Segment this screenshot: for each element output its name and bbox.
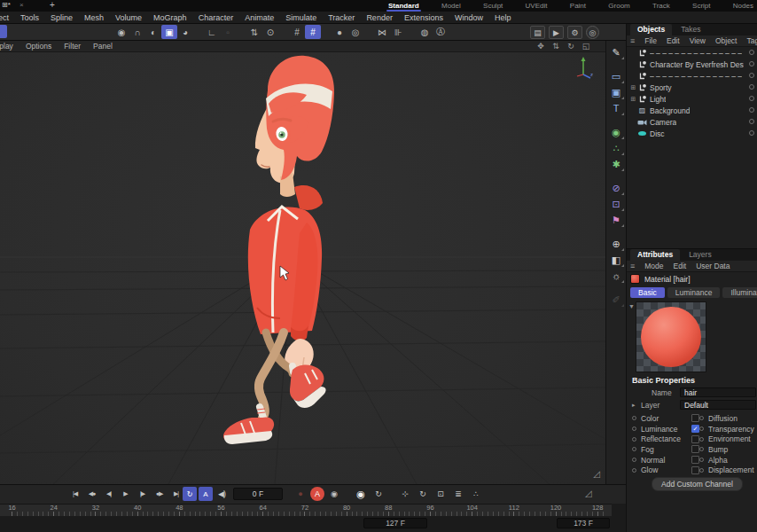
layer-toggle-icon[interactable] <box>749 107 754 113</box>
objects-menu-item[interactable]: Tags <box>746 36 757 45</box>
menu-item[interactable]: Animate <box>245 13 274 22</box>
channel-dot-icon[interactable] <box>632 468 636 473</box>
panel-tab[interactable]: Attributes <box>630 249 680 261</box>
side-tool-icon[interactable]: ⊕ <box>608 236 625 252</box>
render-tool-icon[interactable]: ▶ <box>549 26 564 39</box>
menu-item[interactable]: Window <box>455 13 483 22</box>
side-tool-icon[interactable]: ◧ <box>608 252 625 268</box>
playback-toggle-icon[interactable]: A <box>199 487 213 501</box>
layer-toggle-icon[interactable] <box>749 130 754 136</box>
toolbar-button-icon[interactable]: ⊪ <box>390 25 406 39</box>
channel-checkbox[interactable] <box>691 445 699 453</box>
expand-icon[interactable]: ⊞ <box>629 84 637 91</box>
timeline-ruler[interactable]: 1624324048566472808896104112120128 <box>0 504 612 516</box>
layer-toggle-icon[interactable] <box>749 73 754 78</box>
keyframe-tool-icon[interactable]: ◉ <box>353 487 369 501</box>
object-row[interactable]: ▨ Background <box>627 105 757 116</box>
channel-dot-icon[interactable] <box>699 416 704 420</box>
keyframe-tool-icon[interactable]: ↻ <box>415 487 431 501</box>
channel-checkbox[interactable] <box>691 466 699 474</box>
name-input[interactable]: hair <box>680 387 756 397</box>
toolbar-button-icon[interactable]: ⋈ <box>374 25 390 39</box>
layer-toggle-icon[interactable] <box>749 84 754 90</box>
transport-button[interactable]: |▶ <box>135 487 150 501</box>
keyframe-tool-icon[interactable]: ⊹ <box>397 487 413 501</box>
add-custom-channel-button[interactable]: Add Custom Channel <box>652 477 743 491</box>
object-row[interactable]: Camera <box>627 116 757 128</box>
viewport-canvas[interactable] <box>0 52 605 484</box>
keyframe-tool-icon[interactable]: ● <box>293 487 308 501</box>
keyframe-tool-icon[interactable]: ∴ <box>468 487 484 501</box>
layout-tab[interactable]: Sculpt <box>481 1 504 11</box>
objects-menu-item[interactable]: File <box>644 36 657 45</box>
toolbar-button-icon[interactable]: ⇅ <box>246 25 262 39</box>
toolbar-button-icon[interactable]: ◉ <box>113 25 129 39</box>
add-tab-icon[interactable]: + <box>50 0 55 10</box>
toolbar-button-icon[interactable]: ● <box>332 25 347 39</box>
menu-item[interactable]: Tracker <box>328 13 355 22</box>
channel-dot-icon[interactable] <box>699 426 704 431</box>
material-swatch-icon[interactable] <box>630 274 640 284</box>
side-tool-icon[interactable]: ⚑ <box>608 212 625 228</box>
object-row[interactable]: Disc <box>627 128 757 139</box>
clipped-tool-icon[interactable] <box>0 25 7 38</box>
menu-item[interactable]: Spline <box>51 13 73 22</box>
transport-button[interactable]: |◀ <box>67 487 82 501</box>
viewport-nav-icon[interactable]: ↻ <box>566 42 576 51</box>
render-tool-icon[interactable]: ▤ <box>530 26 545 39</box>
object-row[interactable]: ⊞ Light <box>627 93 757 105</box>
timeline-resize-icon[interactable]: ◿ <box>585 489 592 498</box>
layout-tab[interactable]: Groom <box>606 1 631 11</box>
layer-select[interactable]: Default <box>680 400 756 410</box>
menu-item[interactable]: Render <box>366 13 393 22</box>
toolbar-button-icon[interactable]: ◕ <box>177 25 193 39</box>
toolbar-button-icon[interactable]: ∟ <box>204 25 220 39</box>
hamburger-icon[interactable]: ≡ <box>630 262 635 270</box>
menu-item[interactable]: Simulate <box>285 13 316 22</box>
channel-dot-icon[interactable] <box>632 416 636 420</box>
range-end-field[interactable]: 173 F <box>557 518 610 528</box>
sound-toggle-icon[interactable]: ◀) <box>215 487 229 501</box>
menu-item[interactable]: Extensions <box>404 13 443 22</box>
viewport-menu-item[interactable]: Options <box>26 42 51 51</box>
side-tool-icon[interactable]: ✎ <box>608 44 625 60</box>
channel-checkbox[interactable] <box>691 456 699 464</box>
viewport[interactable]: DisplayOptionsFilterPanel ✥⇅↻◱ <box>0 41 605 484</box>
panel-tab[interactable]: Takes <box>674 24 707 35</box>
render-tool-icon[interactable]: ◎ <box>586 26 599 39</box>
side-tool-icon[interactable]: T <box>608 100 625 116</box>
toolbar-button-icon[interactable]: ▫ <box>220 25 236 39</box>
attributes-menu-item[interactable]: Mode <box>644 262 663 270</box>
channel-dot-icon[interactable] <box>699 437 704 442</box>
close-tab-icon[interactable]: × <box>20 1 24 9</box>
attributes-menu-item[interactable]: Edit <box>674 262 687 270</box>
side-tool-icon[interactable]: ◉ <box>608 124 625 140</box>
menu-item[interactable]: MoGraph <box>153 13 187 22</box>
menu-item[interactable]: Help <box>495 13 511 22</box>
viewport-menu-item[interactable]: Display <box>0 42 13 51</box>
side-tool-icon[interactable]: ▭ <box>608 68 625 84</box>
menu-item[interactable]: Volume <box>115 13 142 22</box>
viewport-nav-icon[interactable]: ✥ <box>535 42 546 51</box>
object-row[interactable]: ⊞ Sporty <box>627 82 757 93</box>
collapse-arrow-icon[interactable]: ▼ <box>628 303 635 309</box>
toolbar-button-icon[interactable]: Ⓐ <box>433 25 449 39</box>
material-preview[interactable] <box>636 301 706 372</box>
transport-button[interactable]: ▶ <box>118 487 133 501</box>
transport-button[interactable]: ◀| <box>101 487 116 501</box>
transport-button[interactable]: ●▶ <box>152 487 167 501</box>
layer-toggle-icon[interactable] <box>749 96 754 101</box>
viewport-nav-icon[interactable]: ⇅ <box>550 42 561 51</box>
viewport-nav-icon[interactable]: ◱ <box>581 42 591 51</box>
expand-icon[interactable]: ⊞ <box>629 96 637 103</box>
channel-dot-icon[interactable] <box>632 437 636 442</box>
object-row[interactable]: Character By Everfresh Design <box>627 59 757 70</box>
layout-tab[interactable]: Standard <box>386 1 421 11</box>
channel-tab[interactable]: Illumination <box>722 287 757 298</box>
object-row[interactable]: – – – – – – – – – – – – – – – <box>627 47 757 59</box>
workspace-tab[interactable]: ⊞* <box>2 1 11 9</box>
layout-tab[interactable]: Paint <box>568 1 588 11</box>
channel-dot-icon[interactable] <box>632 458 636 462</box>
side-tool-icon[interactable]: ✱ <box>608 156 625 172</box>
channel-dot-icon[interactable] <box>632 447 636 451</box>
